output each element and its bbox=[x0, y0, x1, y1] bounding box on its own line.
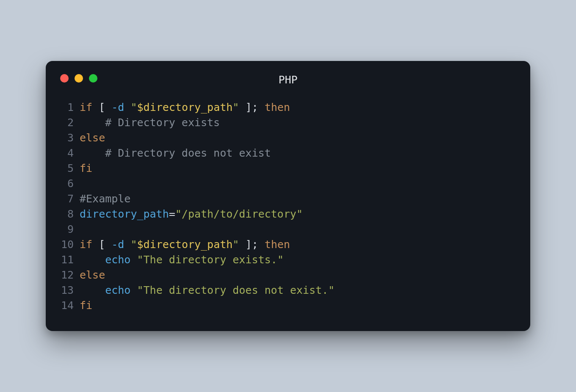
code-line: 13 echo "The directory does not exist." bbox=[60, 283, 516, 298]
token-pu bbox=[80, 254, 105, 266]
code-line-content: # Directory does not exist bbox=[80, 146, 271, 161]
line-number: 7 bbox=[60, 191, 80, 207]
code-line-content bbox=[80, 222, 86, 237]
code-line: 4 # Directory does not exist bbox=[60, 146, 516, 161]
titlebar bbox=[60, 72, 516, 85]
token-pu bbox=[124, 101, 130, 113]
code-line-content: #Example bbox=[80, 191, 130, 207]
code-line-content: echo "The directory exists." bbox=[80, 252, 284, 268]
line-number: 14 bbox=[60, 298, 80, 313]
line-number: 4 bbox=[60, 146, 80, 161]
token-kw: then bbox=[265, 101, 290, 113]
token-pu bbox=[105, 238, 111, 251]
code-line-content: fi bbox=[80, 298, 92, 313]
code-line-content: fi bbox=[80, 161, 92, 176]
token-pu bbox=[80, 116, 105, 129]
token-fl: -d bbox=[111, 101, 124, 113]
token-id: directory_path bbox=[80, 208, 169, 220]
code-line: 12else bbox=[60, 268, 516, 283]
minimize-icon[interactable] bbox=[75, 74, 83, 83]
zoom-icon[interactable] bbox=[89, 74, 97, 83]
line-number: 3 bbox=[60, 130, 80, 146]
code-block: 1if [ -d "$directory_path" ]; then2 # Di… bbox=[60, 100, 516, 313]
code-line: 9 bbox=[60, 222, 516, 237]
token-pu bbox=[239, 101, 245, 113]
token-pu bbox=[124, 238, 130, 251]
line-number: 9 bbox=[60, 222, 80, 237]
token-pu bbox=[80, 147, 105, 159]
token-cm: # Directory exists bbox=[105, 116, 220, 129]
line-number: 8 bbox=[60, 207, 80, 222]
close-icon[interactable] bbox=[60, 74, 69, 83]
code-line: 2 # Directory exists bbox=[60, 115, 516, 130]
line-number: 11 bbox=[60, 252, 80, 268]
code-line-content: # Directory exists bbox=[80, 115, 220, 130]
token-cm: # Directory does not exist bbox=[105, 147, 271, 159]
token-fl: -d bbox=[111, 238, 124, 251]
token-pu bbox=[80, 284, 105, 296]
token-pu: [ bbox=[99, 101, 105, 113]
token-kw: fi bbox=[80, 299, 92, 312]
code-line: 14fi bbox=[60, 298, 516, 313]
code-line: 8directory_path="/path/to/directory" bbox=[60, 207, 516, 222]
line-number: 10 bbox=[60, 237, 80, 252]
token-pu bbox=[258, 238, 265, 251]
code-line-content: echo "The directory does not exist." bbox=[80, 283, 335, 298]
code-line: 10if [ -d "$directory_path" ]; then bbox=[60, 237, 516, 252]
token-kw: then bbox=[265, 238, 290, 251]
traffic-lights bbox=[60, 74, 97, 83]
token-st: " bbox=[233, 238, 239, 251]
token-kw: if bbox=[80, 101, 92, 113]
line-number: 1 bbox=[60, 100, 80, 115]
token-pu: [ bbox=[99, 238, 105, 251]
token-pu bbox=[92, 238, 99, 251]
line-number: 2 bbox=[60, 115, 80, 130]
code-line: 1if [ -d "$directory_path" ]; then bbox=[60, 100, 516, 115]
token-pu: ; bbox=[252, 238, 258, 251]
code-line: 7#Example bbox=[60, 191, 516, 207]
token-pu bbox=[258, 101, 265, 113]
token-va: $directory_path bbox=[137, 238, 233, 251]
token-st: " bbox=[130, 238, 137, 251]
token-pu bbox=[92, 101, 99, 113]
code-line: 3else bbox=[60, 130, 516, 146]
code-line-content: else bbox=[80, 130, 105, 146]
line-number: 12 bbox=[60, 268, 80, 283]
token-pu bbox=[239, 238, 245, 251]
token-st: "The directory does not exist." bbox=[137, 284, 335, 296]
line-number: 5 bbox=[60, 161, 80, 176]
token-st: "The directory exists." bbox=[137, 254, 284, 266]
token-id: echo bbox=[105, 284, 130, 296]
line-number: 13 bbox=[60, 283, 80, 298]
token-op: = bbox=[169, 208, 175, 220]
token-pu: ] bbox=[245, 101, 252, 113]
code-line-content: directory_path="/path/to/directory" bbox=[80, 207, 303, 222]
code-window: PHP 1if [ -d "$directory_path" ]; then2 … bbox=[46, 61, 530, 331]
token-st: "/path/to/directory" bbox=[175, 208, 303, 220]
token-st: " bbox=[130, 101, 137, 113]
token-kw: else bbox=[80, 269, 105, 281]
token-kw: fi bbox=[80, 162, 92, 174]
code-line: 6 bbox=[60, 176, 516, 191]
token-st: " bbox=[233, 101, 239, 113]
code-line-content: else bbox=[80, 268, 105, 283]
token-va: $directory_path bbox=[137, 101, 233, 113]
code-line: 5fi bbox=[60, 161, 516, 176]
token-pu bbox=[130, 284, 137, 296]
token-kw: if bbox=[80, 238, 92, 251]
token-pu: ] bbox=[245, 238, 252, 251]
token-id: echo bbox=[105, 254, 130, 266]
code-line-content: if [ -d "$directory_path" ]; then bbox=[80, 237, 290, 252]
code-line-content bbox=[80, 176, 86, 191]
token-pu bbox=[130, 254, 137, 266]
token-pu: ; bbox=[252, 101, 258, 113]
token-cm: #Example bbox=[80, 193, 130, 205]
code-line: 11 echo "The directory exists." bbox=[60, 252, 516, 268]
token-kw: else bbox=[80, 132, 105, 144]
code-line-content: if [ -d "$directory_path" ]; then bbox=[80, 100, 290, 115]
line-number: 6 bbox=[60, 176, 80, 191]
token-pu bbox=[105, 101, 111, 113]
